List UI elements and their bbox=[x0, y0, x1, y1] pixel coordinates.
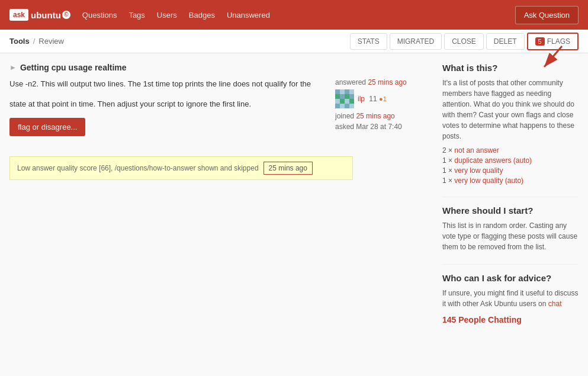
nav-badges[interactable]: Badges bbox=[189, 11, 215, 20]
flag-count-1: 2 × bbox=[442, 146, 454, 155]
answered-time: 25 mins ago bbox=[368, 78, 406, 86]
where-heading: Where should I start? bbox=[442, 205, 579, 216]
chevron-icon: ► bbox=[9, 63, 17, 72]
flag-count-3: 1 × bbox=[442, 166, 454, 175]
right-sidebar: What is this? It's a list of posts that … bbox=[442, 63, 579, 336]
answered-info: answered 25 mins ago ilp 11 ●1 bbox=[335, 78, 433, 144]
user-avatar: ilp 11 ●1 bbox=[335, 89, 433, 108]
nav-unanswered[interactable]: Unanswered bbox=[227, 11, 270, 20]
where-text: This list is in random order. Casting an… bbox=[442, 220, 579, 252]
what-text: It's a list of posts that other communit… bbox=[442, 78, 579, 142]
meta-text: Low answer quality score [66], /question… bbox=[17, 164, 259, 172]
chatting-count: 145 People Chatting bbox=[442, 315, 579, 324]
answer-body-line1: Use -n2. This will output two lines. The… bbox=[9, 78, 317, 90]
joined-info: joined 25 mins ago bbox=[335, 112, 433, 120]
breadcrumb-separator: / bbox=[33, 37, 36, 46]
flag-label-3[interactable]: very low quality bbox=[454, 166, 503, 175]
stats-button[interactable]: STATS bbox=[350, 33, 387, 50]
answer-meta: Low answer quality score [66], /question… bbox=[9, 156, 353, 180]
user-rep: 11 bbox=[369, 95, 377, 103]
breadcrumb-tools[interactable]: Tools bbox=[9, 37, 30, 46]
logo-symbol: © bbox=[62, 11, 70, 19]
who-text: If unsure, you might find it useful to d… bbox=[442, 288, 579, 309]
who-heading: Who can I ask for advice? bbox=[442, 273, 579, 283]
flag-item-2: 1 × duplicate answers (auto) bbox=[442, 156, 579, 165]
top-nav: ask ubuntu © Questions Tags Users Badges… bbox=[0, 0, 588, 30]
sidebar-divider-1 bbox=[442, 197, 579, 197]
joined-label: joined bbox=[335, 112, 354, 120]
asked-info: asked Mar 28 at 7:40 bbox=[335, 123, 433, 131]
nav-tags[interactable]: Tags bbox=[128, 11, 144, 20]
flag-label-4[interactable]: very low quality (auto) bbox=[454, 176, 523, 185]
left-content: ► Getting cpu usage realtime Use -n2. Th… bbox=[9, 63, 433, 336]
avatar-grid bbox=[335, 89, 354, 108]
who-section: Who can I ask for advice? If unsure, you… bbox=[442, 273, 579, 324]
user-badge: ●1 bbox=[379, 95, 387, 102]
flags-count: 5 bbox=[535, 37, 545, 46]
flag-item-4: 1 × very low quality (auto) bbox=[442, 176, 579, 185]
close-button[interactable]: CLOSE bbox=[444, 33, 484, 50]
flag-count-2: 1 × bbox=[442, 156, 454, 165]
breadcrumb-review: Review bbox=[38, 37, 64, 46]
answered-label: answered bbox=[335, 78, 366, 86]
question-title: ► Getting cpu usage realtime bbox=[9, 63, 433, 72]
answer-body-line2: state at that point in time. Then adjust… bbox=[9, 98, 317, 110]
flag-count-4: 1 × bbox=[442, 176, 454, 185]
breadcrumb: Tools / Review bbox=[9, 37, 350, 46]
where-section: Where should I start? This list is in ra… bbox=[442, 205, 579, 252]
logo-ubuntu: ubuntu bbox=[31, 10, 61, 20]
delete-button[interactable]: DELET bbox=[486, 33, 525, 50]
migrated-button[interactable]: MIGRATED bbox=[390, 33, 442, 50]
joined-time: 25 mins ago bbox=[356, 112, 394, 120]
chat-link[interactable]: chat bbox=[548, 300, 562, 308]
question-link[interactable]: Getting cpu usage realtime bbox=[20, 63, 127, 72]
flag-disagree-button[interactable]: flag or disagree... bbox=[9, 118, 85, 136]
what-heading: What is this? bbox=[442, 63, 579, 73]
flags-label: FLAGS bbox=[547, 37, 570, 46]
user-name[interactable]: ilp bbox=[358, 95, 365, 103]
flag-list: 2 × not an answer 1 × duplicate answers … bbox=[442, 146, 579, 185]
secondary-nav: Tools / Review STATS MIGRATED CLOSE DELE… bbox=[0, 30, 588, 53]
meta-time-badge[interactable]: 25 mins ago bbox=[264, 162, 313, 175]
flag-label-1[interactable]: not an answer bbox=[454, 146, 499, 155]
what-is-this-section: What is this? It's a list of posts that … bbox=[442, 63, 579, 185]
action-buttons: STATS MIGRATED CLOSE DELET 5FLAGS bbox=[350, 33, 579, 50]
ask-question-button[interactable]: Ask Question bbox=[515, 6, 579, 24]
logo-area: ask ubuntu © bbox=[9, 9, 70, 21]
flag-item-3: 1 × very low quality bbox=[442, 166, 579, 175]
sidebar-divider-2 bbox=[442, 264, 579, 265]
flag-label-2[interactable]: duplicate answers (auto) bbox=[454, 156, 532, 165]
nav-questions[interactable]: Questions bbox=[82, 11, 117, 20]
nav-users[interactable]: Users bbox=[157, 11, 177, 20]
flags-button[interactable]: 5FLAGS bbox=[527, 33, 579, 50]
nav-links: Questions Tags Users Badges Unanswered bbox=[82, 11, 515, 20]
flag-item-1: 2 × not an answer bbox=[442, 146, 579, 155]
logo-ask: ask bbox=[9, 9, 28, 21]
main-content: ► Getting cpu usage realtime Use -n2. Th… bbox=[0, 53, 588, 346]
